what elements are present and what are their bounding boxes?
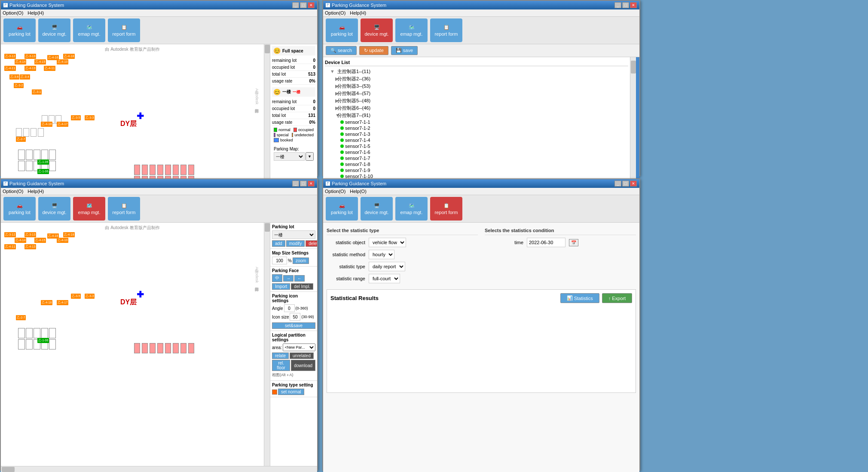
minimize-btn-rf[interactable]: _ [614, 181, 621, 187]
close-btn[interactable]: ✕ [308, 2, 315, 8]
statistical-results-label: Statistical Results [330, 295, 379, 301]
minimize-btn[interactable]: _ [292, 2, 299, 8]
sensor-7-1-2[interactable]: sensor7-1-2 [325, 125, 628, 131]
maximize-btn-dm[interactable]: □ [622, 2, 629, 8]
map-icon: 🗺️ [86, 25, 92, 30]
device-item-main1[interactable]: ▼ 主控制器1--(11) [325, 68, 628, 75]
device-mgt-btn-em[interactable]: 🖥️ device mgt. [38, 197, 70, 221]
statistic-range-select[interactable]: full-court [369, 274, 400, 283]
save-btn[interactable]: 💾 save [391, 46, 418, 55]
time-input[interactable] [527, 238, 565, 247]
angle-label: Angle [272, 306, 283, 311]
relate-btn[interactable]: relate [272, 352, 289, 359]
zoom-btn[interactable]: zoom [293, 257, 309, 264]
statistic-type-label: statistic type [327, 264, 365, 269]
parking-lot-btn-dm[interactable]: 🚗 parking lot [326, 18, 358, 42]
update-btn[interactable]: ↻ update [359, 46, 388, 55]
sensor-7-1-5[interactable]: sensor7-1-5 [325, 143, 628, 149]
export-btn[interactable]: ↑ Export [602, 293, 632, 303]
device-item-sub6[interactable]: ▶ 分控制器6--(46) [325, 104, 628, 112]
download-btn[interactable]: download [291, 360, 315, 371]
parking-lot-btn[interactable]: 🚗 parking lot [3, 18, 36, 42]
device-item-sub2[interactable]: ▶ 分控制器2--(36) [325, 75, 628, 83]
close-btn-dm[interactable]: ✕ [630, 2, 637, 8]
delete-btn-em[interactable]: delete [306, 240, 317, 247]
statistic-type-select[interactable]: daily report [369, 262, 405, 271]
parking-lot-map[interactable]: 由 Autodesk 教育版产品制作 乙-3-12 乙-3-13 乙-4-14 … [1, 44, 264, 184]
close-btn-em[interactable]: ✕ [308, 181, 315, 187]
search-btn[interactable]: 🔍 search [326, 46, 357, 55]
rel-floor-btn[interactable]: rel. floor [272, 360, 290, 371]
menu-help[interactable]: Help(H) [28, 10, 44, 15]
report-form-btn-rf[interactable]: 📋 report form [430, 197, 462, 221]
emap-mgt-btn-em[interactable]: 🗺️ emap mgt. [73, 197, 105, 221]
emap-map[interactable]: 由 Autodesk 教育版产品制作 乙-3-12 乙-3-13 乙-4-14 … [1, 223, 264, 466]
calendar-btn[interactable]: 📅 [569, 239, 578, 246]
menu-option-dm[interactable]: Option(O) [325, 10, 345, 15]
logical-partition-label: Logical partition settings [272, 333, 315, 342]
emap-scrollbar[interactable] [264, 223, 270, 466]
menu-help-rf[interactable]: Help(O) [350, 189, 367, 194]
face-l-btn[interactable]: ← [294, 275, 305, 282]
menu-option-rf[interactable]: Option(O) [325, 189, 345, 194]
sensor-7-1-7[interactable]: sensor7-1-7 [325, 155, 628, 161]
face-r-btn[interactable]: → [283, 275, 293, 282]
menu-help-em[interactable]: Help(H) [28, 189, 44, 194]
map-scrollbar[interactable] [264, 44, 270, 184]
device-item-sub3[interactable]: ▶ 分控制器3--(53) [325, 83, 628, 90]
map-size-input[interactable] [272, 257, 287, 264]
device-mgt-btn-rf[interactable]: 🖥️ device mgt. [361, 197, 393, 221]
face-zh-btn[interactable]: 中 [272, 274, 282, 282]
maximize-btn[interactable]: □ [300, 2, 307, 8]
maximize-btn-em[interactable]: □ [300, 181, 307, 187]
modify-btn-em[interactable]: modify [286, 240, 305, 247]
device-item-sub5[interactable]: ▶ 分控制器5--(48) [325, 97, 628, 104]
time-label: time [485, 240, 523, 245]
unrelated-btn[interactable]: unrelated [290, 352, 314, 359]
report-form-btn-em[interactable]: 📋 report form [108, 197, 140, 221]
sensor-7-1-3[interactable]: sensor7-1-3 [325, 131, 628, 137]
minimize-btn-dm[interactable]: _ [614, 2, 621, 8]
import-btn[interactable]: Import [272, 283, 290, 290]
icon-size-input[interactable] [290, 313, 300, 321]
minimize-btn-em[interactable]: _ [292, 181, 299, 187]
sensor-7-1-9[interactable]: sensor7-1-9 [325, 167, 628, 173]
stats-results-area [330, 303, 632, 389]
set-save-btn[interactable]: set&save [272, 322, 315, 329]
menu-option-em[interactable]: Option(O) [3, 189, 23, 194]
parking-lot-btn-em[interactable]: 🚗 parking lot [3, 197, 36, 221]
parking-lot-main: 由 Autodesk 教育版产品制作 乙-3-12 乙-3-13 乙-4-14 … [1, 44, 317, 184]
angle-input[interactable] [284, 304, 295, 312]
statistic-object-select[interactable]: vehicle flow [369, 238, 406, 247]
device-item-sub7[interactable]: ▼ 分控制器7--(91) [325, 112, 628, 119]
set-normal-btn[interactable]: set normal [278, 389, 304, 395]
statistic-method-select[interactable]: hourly [369, 250, 394, 259]
parking-lot-select-em[interactable]: 一楼 [272, 230, 315, 239]
sensor-7-1-4[interactable]: sensor7-1-4 [325, 137, 628, 143]
maximize-btn-rf[interactable]: □ [622, 181, 629, 187]
statistics-icon: 📊 [567, 295, 573, 301]
statistics-btn[interactable]: 📊 Statistics [560, 293, 599, 303]
menu-help-dm[interactable]: Help(H) [350, 10, 366, 15]
parking-map-select[interactable]: 一楼 [274, 152, 305, 161]
device-item-sub4[interactable]: ▶ 分控制器4--(57) [325, 90, 628, 97]
report-form-btn-dm[interactable]: 📋 report form [430, 18, 462, 42]
emap-h-scrollbar[interactable] [1, 466, 317, 472]
sensor-7-1-1[interactable]: sensor7-1-1 [325, 119, 628, 125]
emap-mgt-btn-rf[interactable]: 🗺️ emap mgt. [395, 197, 428, 221]
del-impl-btn[interactable]: del Impl. [291, 283, 313, 290]
emap-mgt-btn-dm[interactable]: 🗺️ emap mgt. [395, 18, 428, 42]
area-select[interactable]: <New Par... [283, 343, 315, 351]
parking-map-go-btn[interactable]: ▼ [306, 152, 314, 161]
parking-lot-btn-rf[interactable]: 🚗 parking lot [326, 197, 358, 221]
menu-option[interactable]: Option(O) [3, 10, 23, 15]
report-form-btn[interactable]: 📋 report form [108, 18, 140, 42]
sensor-7-1-8[interactable]: sensor7-1-8 [325, 161, 628, 167]
device-mgt-btn[interactable]: 🖥️ device mgt. [38, 18, 70, 42]
sensor-7-1-6[interactable]: sensor7-1-6 [325, 149, 628, 155]
close-btn-rf[interactable]: ✕ [630, 181, 637, 187]
emap-mgt-btn[interactable]: 🗺️ emap mgt. [73, 18, 105, 42]
add-btn-em[interactable]: add [272, 240, 285, 247]
select-statistics-condition-title: Selects the statistics condition [485, 226, 636, 235]
device-mgt-btn-dm[interactable]: 🖥️ device mgt. [361, 18, 393, 42]
